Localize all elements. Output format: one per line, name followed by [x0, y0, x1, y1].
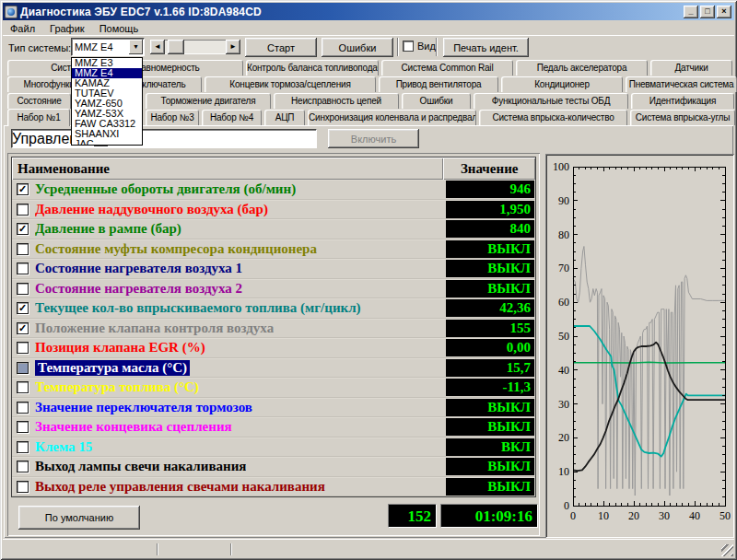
table-row[interactable]: Состояние нагревателя воздуха 1ВЫКЛ [12, 259, 535, 279]
param-name: Давление в рампе (бар) [35, 221, 181, 237]
menu-item[interactable]: Помощь [92, 23, 146, 34]
tab-item[interactable]: Кондиционер [501, 76, 623, 92]
tab-item[interactable]: Концевик тормоза/сцепления [205, 76, 376, 92]
table-row[interactable]: Позиция клапана EGR (%)0,00 [12, 338, 535, 358]
menu-item[interactable]: Файл [3, 23, 42, 34]
statusbar-separator [230, 543, 232, 555]
tab-item[interactable]: Датчики [650, 60, 732, 76]
table-row[interactable]: ✓Давление в рампе (бар)840 [12, 219, 535, 239]
param-value: ВЫКЛ [446, 478, 534, 496]
row-checkbox[interactable] [17, 421, 29, 433]
toolbar-separator [397, 38, 399, 56]
print-ident-button[interactable]: Печать идент. [443, 38, 529, 57]
toolbar-scrollbar[interactable]: ◄ ► [150, 40, 240, 54]
tab-item[interactable]: Набор №4 [202, 110, 262, 125]
table-row[interactable]: ✓Текущее кол-во впрыскиваемого топлива (… [12, 298, 535, 319]
tab-item[interactable]: Идентификация [631, 93, 734, 109]
row-checkbox[interactable] [17, 204, 29, 216]
tab-item[interactable]: Система впрыска-количество [479, 110, 627, 125]
table-row[interactable]: Состояние нагревателя воздуха 2ВЫКЛ [12, 279, 535, 299]
row-checkbox[interactable] [17, 283, 29, 295]
system-type-value: MMZ E4 [72, 41, 129, 52]
param-value: 840 [446, 220, 534, 238]
table-row[interactable]: Температура масла (°С)15,7 [12, 358, 535, 379]
param-value: ВЫКЛ [446, 280, 534, 298]
param-name: Значение переключателя тормозов [35, 400, 252, 415]
dropdown-item[interactable]: JAC [72, 139, 142, 146]
maximize-button[interactable]: □ [700, 6, 715, 18]
title-bar[interactable]: Диагностика ЭБУ EDC7 v.1.66 ID:8DA984CD … [3, 3, 734, 20]
minimize-button[interactable]: _ [684, 6, 698, 18]
scroll-thumb[interactable] [168, 40, 184, 54]
row-checkbox[interactable] [17, 243, 29, 255]
system-type-combo[interactable]: MMZ E4 ▼ [71, 38, 145, 56]
row-checkbox[interactable]: ✓ [17, 183, 29, 195]
row-checkbox[interactable] [17, 342, 29, 354]
svg-text:60: 60 [558, 296, 569, 309]
tab-item[interactable]: Функциональные тесты ОБД [474, 93, 628, 109]
table-row[interactable]: Клема 15ВКЛ [12, 438, 535, 458]
window-title: Диагностика ЭБУ EDC7 v.1.66 ID:8DA984CD [20, 6, 262, 18]
start-button[interactable]: Старт [245, 38, 317, 57]
param-value: ВЫКЛ [446, 418, 534, 436]
svg-text:0: 0 [564, 499, 569, 512]
menu-item[interactable]: График [42, 23, 92, 34]
scroll-left-arrow-icon[interactable]: ◄ [150, 40, 165, 54]
row-checkbox[interactable] [17, 381, 29, 393]
svg-text:20: 20 [628, 509, 639, 522]
tab-item[interactable]: Привод вентилятора [379, 76, 498, 92]
row-checkbox[interactable] [17, 481, 29, 493]
tab-item[interactable]: Система впрыска-углы [630, 110, 735, 125]
chevron-down-icon[interactable]: ▼ [129, 40, 143, 54]
tab-item[interactable]: Торможение двигателя [146, 93, 271, 109]
table-row[interactable]: Выход реле управления свечами накаливани… [12, 477, 535, 497]
svg-text:90: 90 [558, 194, 569, 207]
column-header-name[interactable]: Наименование [12, 158, 443, 180]
row-checkbox[interactable] [17, 441, 29, 453]
default-button[interactable]: По умолчанию [18, 506, 140, 530]
tab-item[interactable]: Система Common Rail [381, 60, 513, 76]
enable-button[interactable]: Включить [328, 129, 419, 148]
tab-item[interactable]: Неисправность цепей [274, 93, 399, 109]
row-checkbox[interactable]: ✓ [17, 322, 29, 334]
tab-item[interactable]: Ошибки [402, 93, 471, 109]
tab-item[interactable]: АЦП [264, 110, 305, 125]
table-row[interactable]: Значение концевика сцепленияВЫКЛ [12, 417, 535, 438]
row-checkbox[interactable]: ✓ [17, 302, 29, 314]
column-header-value[interactable]: Значение [443, 158, 535, 180]
param-name: Выход лампы свечи накаливания [35, 459, 246, 474]
row-checkbox[interactable] [17, 402, 29, 414]
tab-item[interactable]: Синхронизация коленвала и распредвала [308, 110, 476, 125]
table-row[interactable]: Выход лампы свечи накаливанияВЫКЛ [12, 457, 535, 477]
tab-item[interactable]: Педаль акселератора [516, 60, 648, 76]
table-row[interactable]: Температура топлива (°С)-11,3 [12, 378, 535, 398]
row-checkbox[interactable]: ✓ [17, 223, 29, 235]
view-checkbox[interactable] [403, 41, 414, 52]
table-row[interactable]: Значение переключателя тормозовВЫКЛ [12, 398, 535, 418]
elapsed-timer: 01:09:16 [440, 504, 538, 528]
param-name: Состояние муфты компресора кондиционера [35, 241, 317, 257]
table-row[interactable]: Давление наддувочного воздуха (бар)1,950 [12, 200, 535, 220]
table-row[interactable]: ✓Положение клапана контроля воздуха155 [12, 319, 535, 339]
table-row[interactable]: Состояние муфты компресора кондиционераВ… [12, 239, 535, 260]
param-value: 1,950 [446, 201, 534, 218]
control-combo[interactable]: Управление ▼ [11, 129, 317, 148]
tab-item[interactable]: Пневматическая система [626, 76, 737, 92]
param-value: ВЫКЛ [446, 458, 534, 475]
row-checkbox[interactable] [17, 262, 29, 274]
param-value: 42,36 [446, 299, 534, 317]
tab-item[interactable]: Набор №3 [146, 110, 199, 125]
close-button[interactable]: × [717, 6, 731, 18]
param-value: 15,7 [446, 359, 534, 377]
resize-grip-icon[interactable] [721, 544, 733, 556]
errors-button[interactable]: Ошибки [322, 38, 393, 57]
row-checkbox[interactable] [17, 362, 29, 374]
svg-text:70: 70 [558, 262, 569, 274]
param-name: Состояние нагревателя воздуха 1 [35, 261, 242, 276]
tab-item[interactable]: Контроль баланса топливоподачи [246, 60, 379, 76]
table-row[interactable]: ✓Усредненные обороты двигателя (об/мин)9… [12, 180, 535, 200]
scroll-right-arrow-icon[interactable]: ► [226, 40, 240, 54]
tab-item[interactable]: Состояние [7, 93, 71, 109]
tab-item[interactable]: Набор №1 [7, 109, 70, 126]
row-checkbox[interactable] [17, 461, 29, 472]
